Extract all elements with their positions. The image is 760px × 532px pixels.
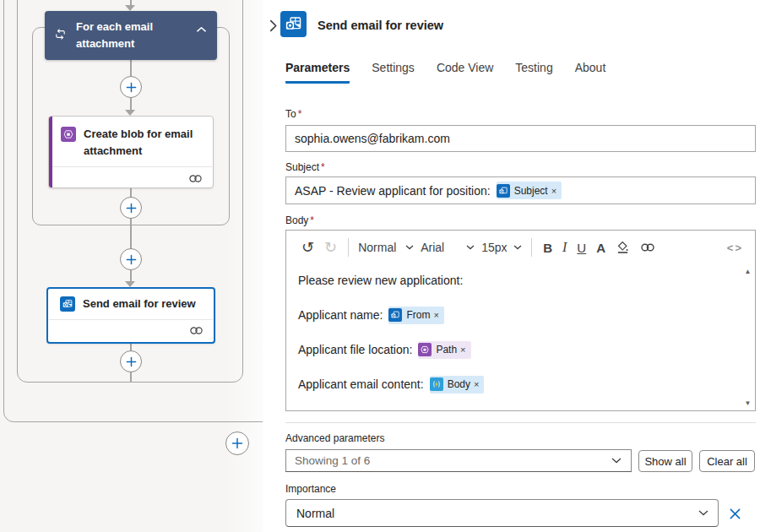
editor-toolbar: ↺ ↻ Normal Arial 15px B I U A <box>286 231 755 264</box>
show-all-button[interactable]: Show all <box>638 450 692 472</box>
chevron-down-icon <box>513 245 522 250</box>
token-label: Body <box>448 378 470 390</box>
outlook-token-icon <box>388 308 402 322</box>
token-label: From <box>406 309 430 321</box>
connector-arrow <box>125 281 135 287</box>
subject-label: Subject* <box>285 161 325 173</box>
editor-scrollbar[interactable]: ▲ ▼ <box>741 265 754 410</box>
insert-link-icon[interactable] <box>635 242 660 252</box>
token-remove-icon[interactable]: × <box>460 345 465 355</box>
foreach-loop-icon <box>53 27 68 45</box>
advanced-parameters-value: Showing 1 of 6 <box>295 454 370 467</box>
subject-input[interactable]: ASAP - Review applicant for position: Su… <box>285 176 756 204</box>
dynamic-token-body[interactable]: Body × <box>430 376 485 394</box>
importance-value: Normal <box>296 507 334 520</box>
foreach-card[interactable]: For each email attachment <box>45 11 217 60</box>
outlook-token-icon <box>497 184 510 198</box>
token-remove-icon[interactable]: × <box>474 379 479 389</box>
token-remove-icon[interactable]: × <box>551 186 556 196</box>
body-content[interactable]: Please review new applicationt: Applican… <box>286 264 755 410</box>
panel-title: Send email for review <box>318 19 443 32</box>
dynamic-token-path[interactable]: Path × <box>418 341 470 359</box>
highlight-color-icon[interactable] <box>611 241 635 255</box>
chevron-down-icon <box>611 458 622 464</box>
connector-line <box>130 372 132 383</box>
chevron-down-icon <box>466 245 475 250</box>
connection-link-icon[interactable] <box>189 323 204 339</box>
connector-line <box>130 98 132 111</box>
outlook-icon <box>280 11 307 37</box>
dynamic-token-from[interactable]: From × <box>388 307 443 324</box>
chevron-down-icon <box>698 510 708 516</box>
italic-button[interactable]: I <box>557 240 572 255</box>
collapse-chevron-up-icon[interactable] <box>196 21 207 36</box>
font-color-button[interactable]: A <box>591 241 611 255</box>
flow-canvas[interactable]: For each email attachment <box>0 0 263 532</box>
action-details-panel: Send email for review Parameters Setting… <box>263 0 760 532</box>
token-label: Subject <box>514 185 548 197</box>
required-asterisk: * <box>298 108 302 120</box>
insert-step-button[interactable] <box>120 76 142 98</box>
underline-button[interactable]: U <box>572 241 591 255</box>
body-line-text: Please review new applicationt: <box>298 274 463 287</box>
insert-step-button[interactable] <box>120 248 142 270</box>
tab-about[interactable]: About <box>575 61 606 84</box>
clear-all-button[interactable]: Clear all <box>699 450 755 472</box>
token-label: Path <box>436 344 457 356</box>
to-input[interactable]: sophia.owens@fabrikam.com <box>285 125 756 152</box>
font-family-dropdown[interactable]: Arial <box>417 241 478 254</box>
font-size-dropdown[interactable]: 15px <box>478 241 525 254</box>
advanced-parameters-dropdown[interactable]: Showing 1 of 6 <box>285 449 632 472</box>
importance-dropdown[interactable]: Normal <box>285 499 719 527</box>
azure-blob-icon <box>61 127 76 142</box>
clear-importance-x-icon[interactable] <box>726 505 743 522</box>
insert-step-button[interactable] <box>120 350 142 372</box>
collapse-panel-chevron-right-icon[interactable] <box>268 18 280 37</box>
blob-accent-bar <box>49 117 52 187</box>
tab-code-view[interactable]: Code View <box>437 61 493 84</box>
connector-line <box>130 225 132 248</box>
required-asterisk: * <box>310 214 314 226</box>
body-line-text: Applicant file location: <box>298 343 412 356</box>
send-email-card[interactable]: Send email for review <box>46 287 215 344</box>
body-line-text: Applicant email content: <box>298 377 424 391</box>
tab-settings[interactable]: Settings <box>372 61 415 84</box>
advanced-parameters-label: Advanced parameters <box>285 432 384 444</box>
undo-icon[interactable]: ↺ <box>296 240 319 255</box>
chevron-down-icon <box>405 245 414 250</box>
connector-arrow <box>125 110 135 116</box>
create-blob-card[interactable]: Create blob for email attachment <box>48 116 214 188</box>
subject-text: ASAP - Review applicant for position: <box>295 184 491 198</box>
insert-step-button[interactable] <box>120 197 142 219</box>
scroll-up-icon[interactable]: ▲ <box>745 268 752 275</box>
scroll-down-icon[interactable]: ▼ <box>745 399 752 407</box>
required-asterisk: * <box>321 161 325 173</box>
send-email-card-title: Send email for review <box>83 296 196 312</box>
to-value: sophia.owens@fabrikam.com <box>295 132 450 145</box>
connector-line <box>130 219 132 225</box>
redo-icon[interactable]: ↻ <box>319 240 342 255</box>
toolbar-divider <box>531 238 532 257</box>
bold-button[interactable]: B <box>538 241 557 255</box>
dynamic-token-subject[interactable]: Subject × <box>497 182 562 199</box>
outlook-icon <box>60 296 75 312</box>
toolbar-divider <box>348 238 349 257</box>
token-remove-icon[interactable]: × <box>433 310 438 320</box>
section-divider <box>285 422 756 423</box>
code-view-icon[interactable]: <> <box>722 242 748 254</box>
body-line-text: Applicant name: <box>298 308 383 322</box>
tab-parameters[interactable]: Parameters <box>285 61 350 84</box>
importance-label: Importance <box>285 483 336 495</box>
connector-arrow <box>125 5 135 11</box>
connector-line <box>130 270 132 282</box>
insert-step-button[interactable] <box>225 432 249 455</box>
connector-line <box>130 60 132 77</box>
expression-lightning-token-icon <box>430 377 443 391</box>
body-rich-text-editor: ↺ ↻ Normal Arial 15px B I U A <box>285 230 756 411</box>
create-blob-card-title: Create blob for email attachment <box>84 126 203 160</box>
paragraph-style-dropdown[interactable]: Normal <box>355 241 417 254</box>
connection-link-icon[interactable] <box>188 171 203 187</box>
body-label: Body* <box>285 214 314 226</box>
panel-tabs: Parameters Settings Code View Testing Ab… <box>285 61 605 84</box>
tab-testing[interactable]: Testing <box>515 61 552 84</box>
